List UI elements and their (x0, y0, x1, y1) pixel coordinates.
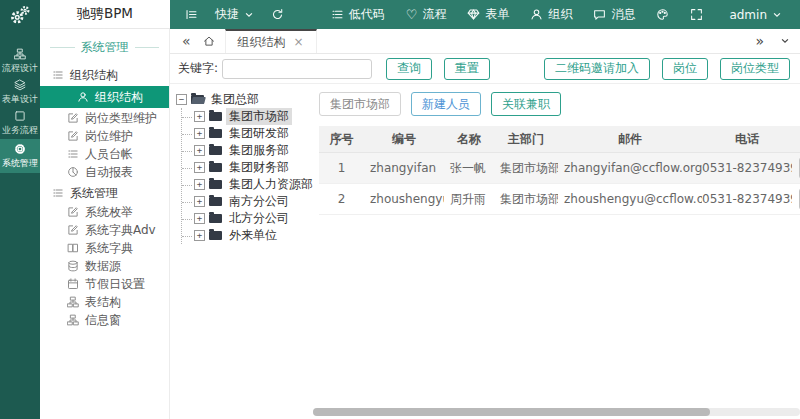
rail-item-system-manage[interactable]: 系统管理 (0, 139, 40, 173)
search-button[interactable]: 查询 (386, 58, 432, 80)
table-body: 1zhangyifan张一帆集团市场部zhangyifan@ccflow.org… (319, 153, 800, 215)
home-icon[interactable] (203, 35, 215, 47)
rail-item-business-process[interactable]: 业务流程 (0, 108, 40, 139)
menu-item-label: 节假日设置 (85, 276, 145, 293)
quick-menu[interactable]: 快捷 (215, 6, 254, 23)
post-button[interactable]: 岗位 (662, 58, 708, 80)
list-icon (331, 8, 344, 21)
menu-item-post-type-maint[interactable]: 岗位类型维护 (40, 109, 169, 127)
tree-node[interactable]: +北方分公司 (182, 210, 313, 227)
menu-item-label: 岗位类型维护 (85, 110, 157, 127)
menu-item-label: 岗位维护 (85, 128, 133, 145)
palette-icon (656, 8, 669, 21)
quick-menu-label: 快捷 (215, 6, 239, 23)
open-folder-icon (191, 95, 204, 104)
top-nav-message[interactable]: 消息 (593, 6, 635, 23)
dept-button[interactable]: 集团市场部 (319, 92, 401, 116)
edit-icon (67, 112, 79, 124)
tab-org-structure[interactable]: 组织结构 × (225, 29, 317, 53)
workspace: − 集团总部 +集团市场部+集团研发部+集团服务部+集团财务部+集团人力资源部+… (170, 84, 800, 419)
tree-node[interactable]: +集团研发部 (182, 125, 313, 142)
tree-node[interactable]: +集团人力资源部 (182, 176, 313, 193)
top-nav-org[interactable]: 组织 (530, 6, 572, 23)
chevron-down-icon (244, 10, 254, 20)
table-row[interactable]: 2zhoushengyu周升雨集团市场部zhoushengyu@ccflow.o… (319, 184, 800, 215)
tree-node[interactable]: +外来单位 (182, 227, 313, 244)
org-tree-panel: − 集团总部 +集团市场部+集团研发部+集团服务部+集团财务部+集团人力资源部+… (170, 84, 313, 419)
menu-item-info-window[interactable]: 信息窗 (40, 311, 169, 329)
main-content: « 组织结构 × » 关键字: 查询 重置 二维码邀请加入 岗位 岗位类型 − … (170, 29, 800, 419)
gear-icon (14, 143, 26, 155)
chevron-down-icon[interactable] (780, 36, 790, 46)
tree-node[interactable]: +南方分公司 (182, 193, 313, 210)
user-menu[interactable]: admin (729, 8, 782, 22)
cell: 周升雨 (444, 184, 494, 215)
rail-item-label: 系统管理 (2, 157, 38, 170)
menu-item-org-structure[interactable]: 组织结构 (40, 86, 169, 108)
menu-collapse-icon[interactable] (185, 8, 198, 21)
toolbar-right: 二维码邀请加入 岗位 岗位类型 (544, 58, 790, 80)
post-type-button[interactable]: 岗位类型 (720, 58, 790, 80)
table-row[interactable]: 1zhangyifan张一帆集团市场部zhangyifan@ccflow.org… (319, 153, 800, 184)
expand-expander-icon[interactable]: + (194, 145, 205, 156)
expand-expander-icon[interactable]: + (194, 196, 205, 207)
top-nav-label: 消息 (611, 6, 635, 23)
menu-item-label: 信息窗 (85, 312, 121, 329)
rail-item-label: 表单设计 (2, 93, 38, 106)
gears-logo-icon (8, 4, 32, 26)
menu-item-person-ledger[interactable]: 人员台帐 (40, 145, 169, 163)
top-nav-lowcode[interactable]: 低代码 (331, 6, 385, 23)
menu-item-label: 数据源 (85, 258, 121, 275)
reset-button[interactable]: 重置 (444, 58, 490, 80)
qr-invite-button[interactable]: 二维码邀请加入 (544, 58, 650, 80)
top-nav-flow[interactable]: ♡流程 (406, 6, 447, 23)
menu-item-sys-enum[interactable]: 系统枚举 (40, 203, 169, 221)
edit-icon (67, 130, 79, 142)
horizontal-scrollbar-track[interactable] (313, 408, 800, 416)
expand-expander-icon[interactable]: + (194, 111, 205, 122)
keyword-input[interactable] (222, 59, 372, 79)
column-header-actions (792, 126, 800, 153)
folder-icon (209, 180, 222, 189)
top-nav-theme[interactable] (656, 8, 669, 21)
menu-item-sys-dict-adv[interactable]: 系统字典Adv (40, 221, 169, 239)
expand-expander-icon[interactable]: + (194, 230, 205, 241)
close-icon[interactable]: × (294, 35, 304, 49)
horizontal-scrollbar-thumb[interactable] (313, 408, 710, 416)
menu-item-label: 表结构 (85, 294, 121, 311)
expand-expander-icon[interactable]: + (194, 162, 205, 173)
menu-item-post-maint[interactable]: 岗位维护 (40, 127, 169, 145)
menu-group-system-manage[interactable]: 系统管理 (40, 183, 169, 203)
tree-node[interactable]: +集团财务部 (182, 159, 313, 176)
search-toolbar: 关键字: 查询 重置 二维码邀请加入 岗位 岗位类型 (170, 54, 800, 84)
tree-node[interactable]: +集团服务部 (182, 142, 313, 159)
cell: zhangyifan (364, 153, 444, 184)
expand-expander-icon[interactable]: + (194, 179, 205, 190)
top-nav-form[interactable]: 表单 (467, 6, 509, 23)
rail-item-flow-design[interactable]: 流程设计 (0, 46, 40, 77)
tree-root[interactable]: − 集团总部 (176, 91, 313, 108)
menu-group-org-structure[interactable]: 组织结构 (40, 65, 169, 85)
menu-item-holiday-set[interactable]: 节假日设置 (40, 275, 169, 293)
menu-item-sys-dict[interactable]: 系统字典 (40, 239, 169, 257)
link-parttime-button[interactable]: 关联兼职 (491, 92, 561, 116)
rail-item-form-design[interactable]: 表单设计 (0, 77, 40, 108)
secondary-sidebar: 系统管理 组织结构组织结构岗位类型维护岗位维护人员台帐自动报表系统管理系统枚举系… (40, 29, 170, 419)
tree-node[interactable]: +集团市场部 (182, 108, 313, 125)
expand-expander-icon[interactable]: + (194, 128, 205, 139)
new-person-button[interactable]: 新建人员 (411, 92, 481, 116)
refresh-icon[interactable] (271, 8, 284, 21)
double-right-icon[interactable]: » (755, 34, 764, 48)
double-left-icon[interactable]: « (182, 34, 191, 48)
cell-actions (792, 153, 800, 184)
menu-item-auto-report[interactable]: 自动报表 (40, 163, 169, 181)
menu-item-data-source[interactable]: 数据源 (40, 257, 169, 275)
menu-item-table-struct[interactable]: 表结构 (40, 293, 169, 311)
personnel-table: 序号编号名称主部门邮件电话 1zhangyifan张一帆集团市场部zhangyi… (319, 126, 800, 215)
tree-node-label: 集团财务部 (226, 159, 292, 176)
collapse-expander-icon[interactable]: − (176, 94, 187, 105)
expand-expander-icon[interactable]: + (194, 213, 205, 224)
cell: 2 (319, 184, 364, 215)
top-nav-fullscreen[interactable] (690, 8, 703, 21)
app-logo[interactable] (0, 0, 40, 29)
